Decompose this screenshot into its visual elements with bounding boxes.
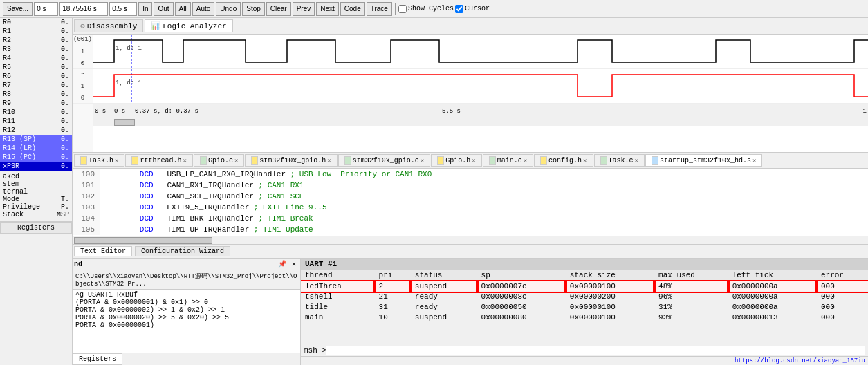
close-icon-rtthread[interactable]: ✕	[183, 157, 186, 165]
signal-label-2: ~ 1 0	[73, 69, 93, 104]
uart-row-tidle: tidle 31 ready 0x00000050 0x00000100 31%…	[301, 302, 868, 312]
rate2-input[interactable]	[109, 2, 137, 16]
cell-tick-4: 0x00000013	[728, 312, 817, 323]
close-icon-main-c[interactable]: ✕	[524, 157, 527, 165]
signal-labels: (001) 1 0 ~ 1 0	[73, 35, 93, 152]
close-icon-stm32gpio-h[interactable]: ✕	[327, 157, 331, 165]
cell-status-3: ready	[411, 302, 477, 312]
bottom-line-2: (PORTA & 0x00000001) & 0x1) >> 0	[75, 299, 297, 306]
cell-thread-3: tidle	[301, 302, 375, 312]
reg-r14: R14 (LR)0.	[0, 144, 72, 153]
uart-table-container: thread pri status sp stack size max used…	[301, 270, 868, 345]
tab-gpio-c[interactable]: Gpio.c ✕	[194, 154, 244, 167]
svg-text:1,  d: 1: 1, d: 1	[116, 79, 142, 86]
all-button[interactable]: All	[175, 2, 191, 16]
close-icon-task-c[interactable]: ✕	[635, 157, 638, 165]
out-button[interactable]: Out	[154, 2, 173, 16]
cell-error-2: 000	[817, 292, 868, 302]
tab-text-editor[interactable]: Text Editor	[74, 246, 132, 256]
clear-button[interactable]: Clear	[266, 2, 291, 16]
in-button[interactable]: In	[138, 2, 152, 16]
close-icon-gpio2-h[interactable]: ✕	[472, 157, 475, 165]
tab-task-h[interactable]: Task.h ✕	[74, 154, 124, 167]
file-icon-task-c	[600, 156, 607, 165]
svg-text:1,  d: 1: 1, d: 1	[116, 45, 142, 52]
extra-privilege: PrivilegeP.	[3, 203, 69, 211]
uart-row-main: main 10 suspend 0x00000080 0x00000100 93…	[301, 312, 868, 323]
auto-button[interactable]: Auto	[192, 2, 215, 16]
col-thread: thread	[301, 270, 375, 281]
tab-rtthread-h[interactable]: rtthread.h ✕	[125, 154, 192, 167]
reg-r2: R20.	[0, 36, 72, 45]
uart-row-ledthrea[interactable]: ledThrea 2 suspend 0x0000007c 0x00000100…	[301, 281, 868, 292]
file-icon-main-c	[489, 156, 496, 165]
tab-registers[interactable]: Registers	[0, 222, 72, 234]
waveform-row-1: 1, d: 1	[93, 35, 868, 69]
reg-r7: R70.	[0, 81, 72, 90]
tab-config-h[interactable]: config.h ✕	[534, 154, 593, 167]
file-icon-stm32gpio-h	[251, 156, 258, 165]
uart-data-table: thread pri status sp stack size max used…	[301, 270, 868, 323]
scrollbar-thumb[interactable]	[114, 119, 135, 126]
reg-r3: R30.	[0, 45, 72, 54]
time-input[interactable]	[34, 2, 58, 16]
tab-logic-analyzer[interactable]: 📊 Logic Analyzer	[145, 19, 232, 32]
reg-r6: R60.	[0, 72, 72, 81]
save-button[interactable]: Save...	[3, 2, 33, 16]
url-bar: https://blog.csdn.net/xiaoyan_157iu	[301, 356, 868, 365]
main-container: R00. R10. R20. R30. R40. R50. R60. R70. …	[0, 18, 868, 365]
close-icon-stm32gpio-c[interactable]: ✕	[421, 157, 424, 165]
separator	[395, 3, 396, 15]
cell-max-2: 96%	[654, 292, 728, 302]
code-scrollbar[interactable]	[73, 236, 868, 244]
cursor-checkbox[interactable]	[455, 5, 463, 13]
col-pri: pri	[375, 270, 411, 281]
rate-input[interactable]	[59, 2, 108, 16]
tab-gpio2-h[interactable]: Gpio.h ✕	[431, 154, 481, 167]
sidebar: R00. R10. R20. R30. R40. R50. R60. R70. …	[0, 18, 73, 365]
tab-task-c[interactable]: Task.c ✕	[594, 154, 645, 167]
close-icon-task-h[interactable]: ✕	[115, 157, 118, 165]
uart-row-tshell: tshell 21 ready 0x0000008c 0x00000200 96…	[301, 292, 868, 302]
stop-button[interactable]: Stop	[242, 2, 265, 16]
cell-pri-3: 31	[375, 302, 411, 312]
close-icon-config-h[interactable]: ✕	[583, 157, 587, 165]
uart-input[interactable]	[326, 346, 865, 355]
cell-tick-1: 0x0000000a	[728, 281, 817, 292]
cell-error-3: 000	[817, 302, 868, 312]
file-icon-gpio-c	[200, 156, 207, 165]
extra-aked: aked	[3, 173, 69, 180]
code-scrollbar-thumb[interactable]	[74, 237, 212, 244]
code-editor: 100 DCD USB_LP_CAN1_RX0_IRQHandler ; USB…	[73, 169, 868, 236]
close-icon-startup-s[interactable]: ✕	[752, 157, 756, 165]
cell-sp-4: 0x00000080	[477, 312, 566, 323]
bottom-line-4: PORTA & 0x00000020) >> 5 & 0x20) >> 5	[75, 314, 297, 321]
next-button[interactable]: Next	[316, 2, 339, 16]
uart-panel: UART #1 thread pri status sp stack size …	[301, 259, 868, 365]
uart-header-row: thread pri status sp stack size max used…	[301, 270, 868, 281]
uart-header: UART #1	[301, 259, 868, 270]
close-icon-bottom[interactable]: ✕	[289, 260, 299, 268]
disassembly-icon: ⚙	[80, 21, 85, 30]
tab-disassembly[interactable]: ⚙ Disassembly	[74, 19, 143, 32]
extra-stack: StackMSP	[3, 211, 69, 218]
prev-button[interactable]: Prev	[293, 2, 315, 16]
tab-stm32gpio-c[interactable]: stm32f10x_gpio.c ✕	[338, 154, 430, 167]
code-button[interactable]: Code	[340, 2, 365, 16]
waveform-row-2: 1, d: 1	[93, 69, 868, 104]
logic-analyzer-icon: 📊	[151, 21, 160, 30]
tab-stm32gpio-h[interactable]: stm32f10x_gpio.h ✕	[245, 154, 337, 167]
undo-button[interactable]: Undo	[216, 2, 241, 16]
tab-config-wizard[interactable]: Configuration Wizard	[135, 246, 230, 256]
trace-button[interactable]: Trace	[367, 2, 392, 16]
horizontal-scrollbar[interactable]	[93, 118, 868, 126]
tab-main-c[interactable]: main.c ✕	[483, 154, 533, 167]
uart-prompt: msh >	[301, 345, 868, 356]
cell-thread-2: tshell	[301, 292, 375, 302]
logic-area: ⚙ Disassembly 📊 Logic Analyzer (001) 1 0	[73, 18, 868, 153]
tab-startup-s[interactable]: startup_stm32f10x_hd.s ✕	[645, 154, 762, 167]
tab-registers-bottom[interactable]: Registers	[73, 353, 122, 365]
show-cycles-checkbox[interactable]	[398, 5, 407, 13]
close-icon-gpio-c[interactable]: ✕	[234, 157, 238, 165]
waveform-canvas: 1, d: 1 1, d: 1	[93, 35, 868, 152]
